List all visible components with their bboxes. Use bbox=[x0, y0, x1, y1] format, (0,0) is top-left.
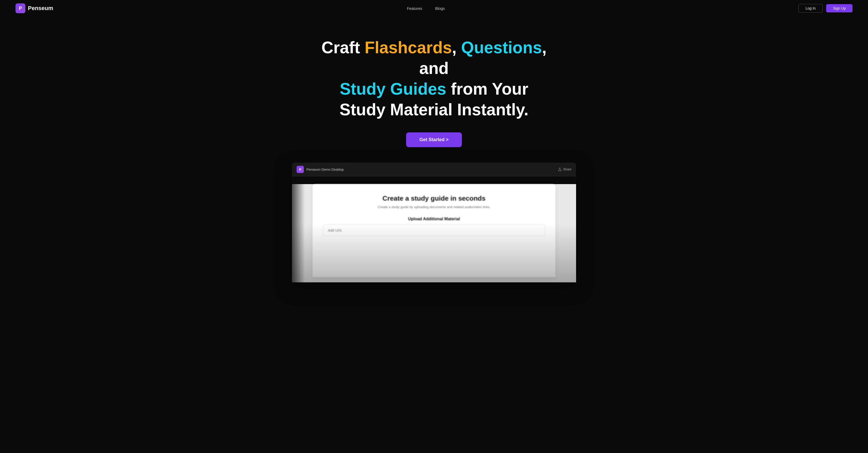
get-started-button[interactable]: Get Started > bbox=[406, 132, 462, 147]
nav-blogs[interactable]: Blogs bbox=[435, 6, 445, 10]
hero-title: Craft Flashcards, Questions, and Study G… bbox=[318, 37, 550, 120]
logo-icon: P bbox=[16, 3, 25, 13]
login-button[interactable]: Log In bbox=[799, 4, 823, 13]
navbar-actions: Log In Sign Up bbox=[799, 4, 852, 13]
demo-header-title: Penseum Demo Desktop bbox=[306, 168, 344, 171]
navbar: P Penseum Features Blogs Log In Sign Up bbox=[0, 0, 868, 17]
share-icon bbox=[558, 168, 562, 171]
demo-body: Create a study guide in seconds Create a… bbox=[292, 184, 576, 282]
nav-links: Features Blogs bbox=[407, 6, 445, 10]
demo-logo-icon: P bbox=[297, 166, 304, 173]
demo-share-button[interactable]: Share bbox=[558, 168, 571, 171]
demo-video-container: P Penseum Demo Desktop Share Create a st… bbox=[292, 163, 576, 282]
demo-inner-content: Create a study guide in seconds Create a… bbox=[313, 184, 555, 277]
demo-url-input[interactable] bbox=[323, 224, 545, 236]
nav-features[interactable]: Features bbox=[407, 6, 422, 10]
demo-inner-title: Create a study guide in seconds bbox=[323, 194, 545, 202]
demo-left-edge-overlay bbox=[292, 184, 305, 282]
demo-header-left: P Penseum Demo Desktop bbox=[297, 166, 344, 173]
hero-section: Craft Flashcards, Questions, and Study G… bbox=[0, 17, 868, 298]
demo-inner-subtitle: Create a study guide by uploading docume… bbox=[323, 205, 545, 209]
logo[interactable]: P Penseum bbox=[16, 3, 53, 13]
demo-header: P Penseum Demo Desktop Share bbox=[292, 163, 576, 176]
logo-text: Penseum bbox=[28, 5, 53, 11]
signup-button[interactable]: Sign Up bbox=[826, 4, 852, 12]
demo-upload-label: Upload Additional Material bbox=[323, 217, 545, 221]
